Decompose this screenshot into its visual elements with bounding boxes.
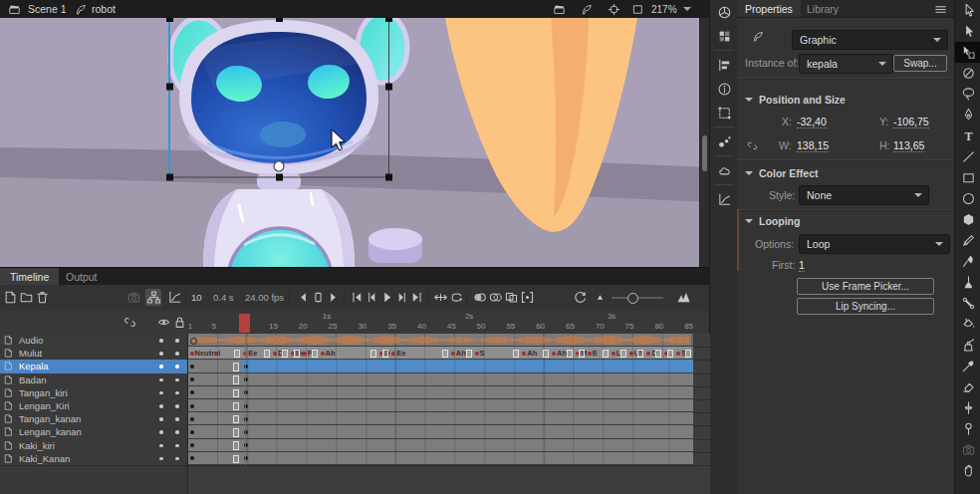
frame-span[interactable] — [188, 439, 242, 451]
center-frame-button[interactable] — [432, 289, 448, 306]
layer-lock-dot[interactable] — [175, 352, 179, 356]
keyframe-dot[interactable] — [552, 352, 556, 356]
frame-span[interactable] — [242, 452, 693, 464]
oval-tool[interactable] — [955, 188, 980, 209]
swap-button[interactable]: Swap... — [893, 55, 947, 72]
keyframe-dot[interactable] — [190, 456, 194, 460]
frames-row-Lengan_kanan[interactable] — [188, 425, 710, 439]
keyframe-dot[interactable] — [190, 417, 194, 421]
keyframe-dot[interactable] — [273, 352, 277, 356]
loop-playback-button[interactable] — [448, 289, 464, 306]
layer-visibility-dot[interactable] — [159, 391, 163, 395]
pencil-tool[interactable] — [955, 230, 980, 251]
modify-markers-button[interactable] — [519, 289, 535, 306]
keyframe-dot[interactable] — [629, 352, 633, 356]
keyframe-dot[interactable] — [190, 443, 194, 447]
onion-skin-outlines-button[interactable] — [487, 289, 503, 306]
timeline-zoom-slider-knob[interactable] — [627, 293, 638, 304]
keyframe-dot[interactable] — [190, 365, 194, 369]
layer-name[interactable]: Kepala — [19, 361, 49, 371]
layer-name[interactable]: Audio — [19, 335, 43, 346]
step-forward-button[interactable] — [325, 289, 341, 306]
frames-row-Lengan_Kiri[interactable] — [188, 399, 710, 413]
layer-lock-dot[interactable] — [175, 457, 179, 461]
layer-name[interactable]: Tangan_kiri — [19, 387, 68, 398]
playhead-marker[interactable] — [239, 314, 250, 333]
layer-depth-toggle[interactable] — [166, 289, 182, 306]
prev-keyframe-button[interactable] — [364, 289, 379, 306]
layer-visibility-dot[interactable] — [159, 378, 163, 382]
layer-name[interactable]: Mulut — [19, 348, 42, 359]
section-position-size[interactable]: Position and Size — [745, 94, 846, 106]
frames-row-Mulut[interactable]: NeutralEeDEeFAhDEeAhSAhAhMELUhD..S — [188, 347, 710, 361]
layer-parenting-toggle[interactable] — [145, 289, 161, 306]
edit-multiple-frames-button[interactable] — [503, 289, 519, 306]
layer-name[interactable]: Lengan_Kiri — [19, 400, 70, 411]
layer-visibility-dot[interactable] — [159, 365, 163, 369]
frames-row-Badan[interactable] — [188, 373, 710, 387]
layer-row-Mulut[interactable]: Mulut — [0, 347, 187, 361]
layer-row-Tangan_kiri[interactable]: Tangan_kiri — [0, 386, 187, 400]
frame-span[interactable] — [188, 399, 242, 411]
keyframe-dot[interactable] — [522, 352, 526, 356]
edit-symbols-menu-icon[interactable] — [578, 1, 596, 17]
line-tool[interactable] — [955, 146, 980, 167]
frame-rate[interactable]: 24.00 fps — [245, 292, 284, 303]
layer-lock-dot[interactable] — [175, 339, 179, 343]
go-first-frame-button[interactable] — [349, 289, 365, 306]
frame-span[interactable] — [188, 412, 242, 424]
layer-visibility-dot[interactable] — [159, 352, 163, 356]
clip-bounds-icon[interactable] — [628, 1, 646, 17]
frame-span[interactable] — [242, 412, 693, 424]
keyframe-dot[interactable] — [588, 352, 592, 356]
rectangle-tool[interactable] — [955, 167, 980, 188]
layer-name[interactable]: Badan — [19, 374, 46, 385]
keyframe-dot[interactable] — [646, 352, 650, 356]
layer-name[interactable]: Tangan_kanan — [19, 413, 81, 424]
asset-warp-tool[interactable] — [955, 418, 980, 439]
text-tool[interactable]: T — [955, 125, 980, 146]
camera-tool[interactable] — [955, 439, 980, 460]
frame-span[interactable] — [188, 386, 242, 398]
keyframe-dot[interactable] — [391, 352, 395, 356]
layer-lock-dot[interactable] — [175, 391, 179, 395]
swatches-icon[interactable] — [710, 24, 738, 48]
keyframe-dot[interactable] — [676, 352, 680, 356]
layer-row-Lengan_Kiri[interactable]: Lengan_Kiri — [0, 399, 187, 413]
layer-lock-dot[interactable] — [175, 417, 179, 421]
keyframe-dot[interactable] — [303, 352, 307, 356]
motion-editor-icon[interactable] — [710, 187, 738, 211]
frames-grid[interactable]: NeutralEeDEeFAhDEeAhSAhAhMELUhD..S — [187, 334, 710, 494]
audio-frame-span[interactable] — [188, 334, 693, 346]
info-icon[interactable] — [710, 77, 738, 101]
paint-bucket-tool[interactable] — [955, 314, 980, 335]
h-value[interactable]: 113,65 — [893, 139, 924, 152]
eraser-tool[interactable] — [955, 376, 980, 397]
paint-brush-tool[interactable] — [955, 272, 980, 293]
layer-lock-dot[interactable] — [175, 444, 179, 448]
delete-layer-button[interactable] — [34, 289, 50, 306]
gradient-transform-tool[interactable] — [955, 63, 980, 84]
transform-icon[interactable] — [710, 101, 738, 124]
layer-visibility-dot[interactable] — [159, 444, 163, 448]
layer-row-Tangan_kanan[interactable]: Tangan_kanan — [0, 412, 187, 426]
hand-tool[interactable] — [955, 460, 980, 481]
eyedropper-tool[interactable] — [955, 356, 980, 376]
frame-span[interactable] — [188, 425, 242, 437]
tab-output[interactable]: Output — [56, 268, 108, 285]
keyframe-dot[interactable] — [321, 352, 325, 356]
frame-span[interactable] — [188, 452, 242, 464]
tab-timeline[interactable]: Timeline — [0, 268, 59, 285]
free-transform-tool[interactable] — [955, 42, 980, 63]
lasso-tool[interactable] — [955, 84, 980, 105]
frames-row-Tangan_kanan[interactable] — [188, 412, 710, 426]
camera-toggle-icon[interactable] — [125, 289, 141, 306]
w-value[interactable]: 138,15 — [797, 139, 829, 152]
keyframe-dot[interactable] — [475, 352, 479, 356]
symbol-breadcrumb[interactable]: robot — [92, 3, 116, 15]
layer-row-Kaki_Kanan[interactable]: Kaki_Kanan — [0, 452, 187, 466]
layer-visibility-dot[interactable] — [159, 404, 163, 408]
keyframe-dot[interactable] — [190, 390, 194, 394]
stage-canvas[interactable] — [0, 18, 709, 267]
step-back-button[interactable] — [295, 289, 311, 306]
